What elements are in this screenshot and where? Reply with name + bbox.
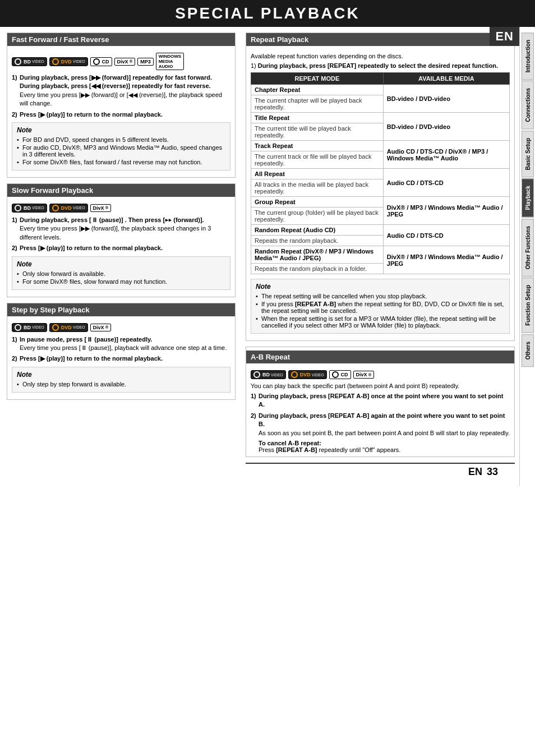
fast-forward-badges: BDVIDEO DVDVIDEO CD DivX® MP3 WINDOWSMED… xyxy=(12,53,230,70)
step1: 1) During playback, press [▶▶ (forward)]… xyxy=(12,73,230,108)
available-media-cell: Audio CD / DTS-CD xyxy=(383,225,509,246)
table-row: Group RepeatDivX® / MP3 / Windows Media™… xyxy=(251,197,510,208)
badge-dvd-slow: DVDVIDEO xyxy=(49,204,88,213)
repeat-mode-cell: Random Repeat (DivX® / MP3 / Windows Med… xyxy=(251,246,384,264)
badge-dvd-ab: DVDVIDEO xyxy=(288,370,327,379)
available-media-cell: DivX® / MP3 / Windows Media™ Audio / JPE… xyxy=(383,197,509,225)
step-playback-note-list: Only step by step forward is available. xyxy=(17,381,225,388)
repeat-mode-cell: Group Repeat xyxy=(251,197,384,208)
slow-forward-badges: BDVIDEO DVDVIDEO DivX® xyxy=(12,204,230,213)
available-media-cell: Audio CD / DTS-CD xyxy=(383,169,509,197)
fast-forward-header: Fast Forward / Fast Reverse xyxy=(7,33,235,46)
slow-forward-steps: 1) During playback, press [⏸ (pause)] . … xyxy=(12,216,230,253)
badge-divx-step: DivX® xyxy=(90,324,112,331)
slow-forward-section: Slow Forward Playback BDVIDEO DVDVIDEO D… xyxy=(7,183,236,297)
repeat-mode-cell: Chapter Repeat xyxy=(251,85,384,95)
badge-dvd-step: DVDVIDEO xyxy=(49,323,88,332)
page-number: 33 xyxy=(487,466,498,478)
repeat-desc-cell: The current chapter will be played back … xyxy=(251,95,384,113)
sidebar-tab-introduction[interactable]: Introduction xyxy=(522,33,534,80)
page-lang: EN xyxy=(468,466,482,478)
step2-slow: 2) Press [▶ (play)] to return to the nor… xyxy=(12,244,230,252)
repeat-mode-cell: Title Repeat xyxy=(251,113,384,123)
badge-divx-slow: DivX® xyxy=(90,204,112,212)
repeat-step1: 1) During playback, press [REPEAT] repea… xyxy=(251,62,510,69)
sidebar-tab-others[interactable]: Others xyxy=(522,334,534,367)
ab-step1: 1) During playback, press [REPEAT A-B] o… xyxy=(251,392,510,409)
right-column: Repeat Playback Available repeat functio… xyxy=(241,27,519,486)
badge-wma: WINDOWSMEDIAAUDIO xyxy=(156,53,184,70)
step2-step: 2) Press [▶ (play)] to return to the nor… xyxy=(12,354,230,363)
fast-forward-section: Fast Forward / Fast Reverse BDVIDEO DVDV… xyxy=(7,33,236,178)
slow-forward-note: Note Only slow forward is available.For … xyxy=(12,256,230,290)
available-media-cell: DivX® / MP3 / Windows Media™ Audio / JPE… xyxy=(383,246,509,274)
ab-intro: You can play back the specific part (bet… xyxy=(251,382,510,389)
repeat-desc-cell: Repeats the random playback. xyxy=(251,236,384,246)
step1-step: 1) In pause mode, press [⏸ (pause)] repe… xyxy=(12,335,230,353)
repeat-mode-cell: Random Repeat (Audio CD) xyxy=(251,225,384,236)
step-playback-header: Step by Step Playback xyxy=(7,303,235,316)
table-row: All RepeatAudio CD / DTS-CD xyxy=(251,169,510,179)
badge-bd: BDVIDEO xyxy=(12,57,47,66)
repeat-note-list: The repeat setting will be cancelled whe… xyxy=(256,293,505,329)
badge-cd: CD xyxy=(90,57,112,66)
table-row: Track RepeatAudio CD / DTS-CD / DivX® / … xyxy=(251,141,510,151)
page-number-row: EN 33 xyxy=(246,463,515,480)
step-playback-note: Note Only step by step forward is availa… xyxy=(12,367,230,393)
badge-divx-ab: DivX® xyxy=(353,371,375,379)
badge-divx: DivX® xyxy=(114,58,136,66)
repeat-desc-cell: The current title will be played back re… xyxy=(251,123,384,141)
badge-dvd: DVDVIDEO xyxy=(49,57,88,66)
step1-slow: 1) During playback, press [⏸ (pause)] . … xyxy=(12,216,230,242)
sidebar-tab-other-functions[interactable]: Other Functions xyxy=(522,219,534,276)
left-column: Fast Forward / Fast Reverse BDVIDEO DVDV… xyxy=(0,27,241,486)
available-media-cell: BD-video / DVD-video xyxy=(383,85,509,113)
fast-forward-note-list: For BD and DVD, speed changes in 5 diffe… xyxy=(17,136,225,165)
ab-repeat-section: A-B Repeat BDVIDEO DVDVIDEO CD Di xyxy=(246,347,515,457)
slow-forward-note-list: Only slow forward is available.For some … xyxy=(17,270,225,285)
available-media-cell: BD-video / DVD-video xyxy=(383,113,509,141)
sidebar-tab-function-setup[interactable]: Function Setup xyxy=(522,278,534,333)
badge-bd-step: BDVIDEO xyxy=(12,323,47,332)
repeat-playback-header: Repeat Playback xyxy=(246,33,514,46)
ab-cancel: To cancel A-B repeat: Press [REPEAT A-B]… xyxy=(251,440,510,453)
table-row: Title RepeatBD-video / DVD-video xyxy=(251,113,510,123)
repeat-mode-cell: Track Repeat xyxy=(251,141,384,151)
repeat-desc-cell: Repeats the random playback in a folder. xyxy=(251,264,384,274)
ab-step2: 2) During playback, press [REPEAT A-B] a… xyxy=(251,412,510,437)
col-available-media: AVAILABLE MEDIA xyxy=(383,73,509,85)
sidebar: IntroductionConnectionsBasic SetupPlayba… xyxy=(519,27,535,486)
repeat-playback-section: Repeat Playback Available repeat functio… xyxy=(246,33,515,341)
slow-forward-header: Slow Forward Playback xyxy=(7,184,235,197)
repeat-mode-cell: All Repeat xyxy=(251,169,384,179)
step-playback-badges: BDVIDEO DVDVIDEO DivX® xyxy=(12,323,230,332)
badge-bd-ab: BDVIDEO xyxy=(251,370,286,379)
repeat-desc-cell: The current track or file will be played… xyxy=(251,151,384,169)
sidebar-tab-connections[interactable]: Connections xyxy=(522,81,534,130)
step-playback-steps: 1) In pause mode, press [⏸ (pause)] repe… xyxy=(12,335,230,363)
step2: 2) Press [▶ (play)] to return to the nor… xyxy=(12,110,230,119)
repeat-table: REPEAT MODE AVAILABLE MEDIA Chapter Repe… xyxy=(251,72,510,274)
sidebar-tab-basic-setup[interactable]: Basic Setup xyxy=(522,131,534,177)
ab-steps: 1) During playback, press [REPEAT A-B] o… xyxy=(251,392,510,437)
table-row: Chapter RepeatBD-video / DVD-video xyxy=(251,85,510,95)
col-repeat-mode: REPEAT MODE xyxy=(251,73,384,85)
badge-cd-ab: CD xyxy=(329,370,351,379)
page-title: SPECIAL PLAYBACK xyxy=(0,0,535,27)
lang-badge: EN xyxy=(490,27,519,46)
fast-forward-steps: 1) During playback, press [▶▶ (forward)]… xyxy=(12,73,230,119)
repeat-note: Note The repeat setting will be cancelle… xyxy=(251,279,510,334)
available-media-cell: Audio CD / DTS-CD / DivX® / MP3 / Window… xyxy=(383,141,509,169)
sidebar-tab-playback[interactable]: Playback xyxy=(522,178,534,217)
badge-bd-slow: BDVIDEO xyxy=(12,204,47,213)
ab-repeat-header: A-B Repeat xyxy=(246,351,514,363)
badge-mp3: MP3 xyxy=(137,58,154,66)
step-playback-section: Step by Step Playback BDVIDEO DVDVIDEO D… xyxy=(7,303,236,400)
fast-forward-note: Note For BD and DVD, speed changes in 5 … xyxy=(12,122,230,170)
repeat-desc-cell: All tracks in the media will be played b… xyxy=(251,179,384,197)
table-row: Random Repeat (Audio CD)Audio CD / DTS-C… xyxy=(251,225,510,236)
ab-badges: BDVIDEO DVDVIDEO CD DivX® xyxy=(251,370,510,379)
table-row: Random Repeat (DivX® / MP3 / Windows Med… xyxy=(251,246,510,264)
repeat-intro: Available repeat function varies dependi… xyxy=(251,53,510,59)
repeat-desc-cell: The current group (folder) will be playe… xyxy=(251,208,384,225)
